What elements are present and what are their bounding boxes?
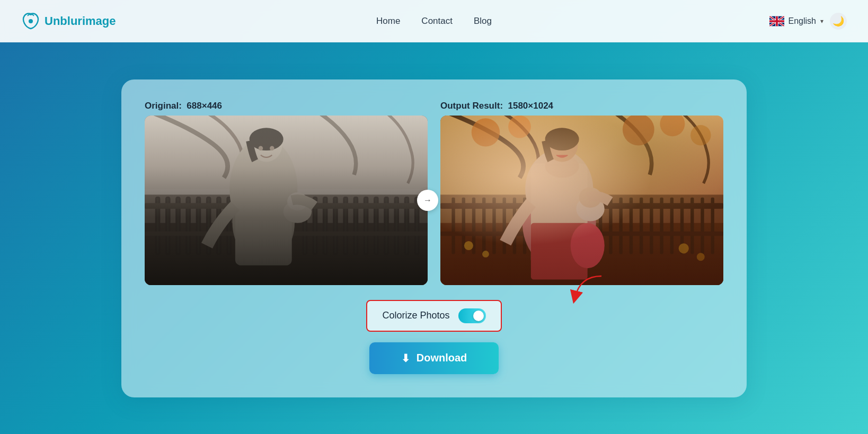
toggle-thumb	[473, 311, 484, 321]
svg-rect-15	[247, 197, 251, 254]
svg-rect-40	[440, 116, 723, 285]
svg-rect-24	[375, 197, 378, 254]
svg-rect-16	[258, 197, 261, 254]
svg-rect-5	[145, 194, 428, 285]
color-photo-bg	[440, 116, 723, 285]
svg-rect-67	[680, 197, 684, 254]
download-button[interactable]: ⬇ Download	[369, 342, 499, 374]
svg-point-35	[259, 146, 263, 150]
svg-rect-23	[364, 197, 367, 254]
svg-rect-27	[405, 197, 408, 254]
svg-rect-48	[451, 197, 455, 254]
bw-photo-bg	[145, 116, 428, 285]
svg-rect-20	[334, 197, 337, 254]
original-image	[145, 116, 428, 285]
download-label: Download	[417, 352, 467, 364]
language-selector[interactable]: English ▾	[769, 16, 823, 26]
svg-rect-19	[323, 197, 326, 254]
svg-rect-75	[531, 163, 588, 265]
svg-rect-11	[207, 197, 210, 254]
svg-rect-22	[354, 197, 357, 254]
svg-rect-49	[462, 197, 465, 254]
svg-rect-72	[440, 231, 723, 236]
svg-point-83	[464, 241, 473, 250]
output-label: Output Result: 1580×1024	[440, 101, 553, 111]
svg-point-78	[545, 128, 579, 150]
output-label-area: Output Result: 1580×1024	[428, 101, 723, 111]
svg-rect-64	[650, 197, 653, 254]
logo-text: Unblurimage	[45, 14, 116, 28]
svg-point-43	[623, 116, 654, 145]
logo-icon	[21, 12, 40, 31]
svg-rect-13	[227, 197, 231, 254]
svg-rect-26	[395, 197, 398, 254]
original-label-area: Original: 688×446	[145, 101, 428, 111]
images-row: →	[145, 116, 723, 285]
svg-rect-54	[513, 197, 516, 254]
svg-rect-12	[217, 197, 220, 254]
svg-rect-3	[145, 116, 428, 189]
svg-rect-47	[440, 194, 723, 285]
svg-rect-60	[609, 197, 612, 254]
svg-rect-25	[385, 197, 388, 254]
svg-point-31	[229, 138, 297, 240]
svg-point-34	[250, 128, 284, 150]
svg-rect-18	[313, 197, 316, 254]
main-content: Original: 688×446 Output Result: 1580×10…	[0, 42, 868, 434]
svg-point-80	[571, 223, 605, 268]
comparison-card: Original: 688×446 Output Result: 1580×10…	[121, 79, 747, 397]
svg-rect-68	[690, 197, 694, 254]
svg-rect-79	[531, 223, 588, 279]
svg-rect-37	[235, 163, 292, 265]
header-right: English ▾ 🌙	[572, 13, 847, 30]
svg-point-42	[508, 116, 531, 138]
svg-rect-57	[543, 197, 546, 254]
svg-point-45	[690, 125, 711, 145]
svg-rect-61	[619, 197, 622, 254]
chevron-down-icon: ▾	[820, 17, 823, 25]
svg-point-38	[284, 200, 312, 223]
svg-point-39	[287, 192, 307, 210]
toggle-track	[458, 308, 486, 323]
svg-point-41	[472, 118, 500, 146]
header: Unblurimage Home Contact Blog English ▾ …	[0, 0, 868, 42]
svg-point-84	[482, 251, 489, 258]
svg-rect-70	[711, 197, 714, 254]
compare-arrow-button[interactable]: →	[417, 190, 438, 211]
theme-toggle-button[interactable]: 🌙	[830, 13, 847, 30]
color-photo-svg	[440, 116, 723, 285]
svg-rect-62	[630, 197, 633, 254]
colorize-box: Colorize Photos	[366, 300, 501, 332]
svg-rect-63	[640, 197, 643, 254]
flag-icon	[769, 16, 784, 26]
svg-point-86	[697, 253, 705, 261]
colorize-toggle[interactable]	[458, 308, 486, 323]
svg-point-77	[546, 128, 578, 162]
original-image-panel	[145, 116, 428, 285]
svg-rect-2	[145, 116, 428, 285]
svg-point-0	[29, 19, 33, 23]
svg-rect-50	[472, 197, 475, 254]
svg-rect-53	[502, 197, 506, 254]
svg-rect-17	[303, 197, 306, 254]
svg-point-73	[522, 178, 596, 268]
svg-rect-30	[145, 231, 428, 236]
svg-rect-55	[523, 197, 526, 254]
colorize-label: Colorize Photos	[382, 310, 449, 321]
nav-contact[interactable]: Contact	[421, 16, 453, 26]
svg-rect-58	[554, 197, 557, 254]
svg-rect-7	[166, 197, 170, 254]
nav-home[interactable]: Home	[376, 16, 400, 26]
svg-rect-4	[145, 223, 428, 285]
moon-icon: 🌙	[832, 15, 844, 27]
nav: Home Contact Blog	[296, 16, 571, 26]
svg-point-44	[660, 116, 685, 136]
nav-blog[interactable]: Blog	[474, 16, 492, 26]
svg-point-81	[576, 196, 604, 221]
svg-point-82	[579, 187, 602, 207]
svg-point-33	[251, 128, 282, 162]
svg-rect-56	[533, 197, 536, 254]
svg-rect-65	[660, 197, 663, 254]
svg-rect-6	[156, 197, 159, 254]
svg-rect-51	[482, 197, 485, 254]
